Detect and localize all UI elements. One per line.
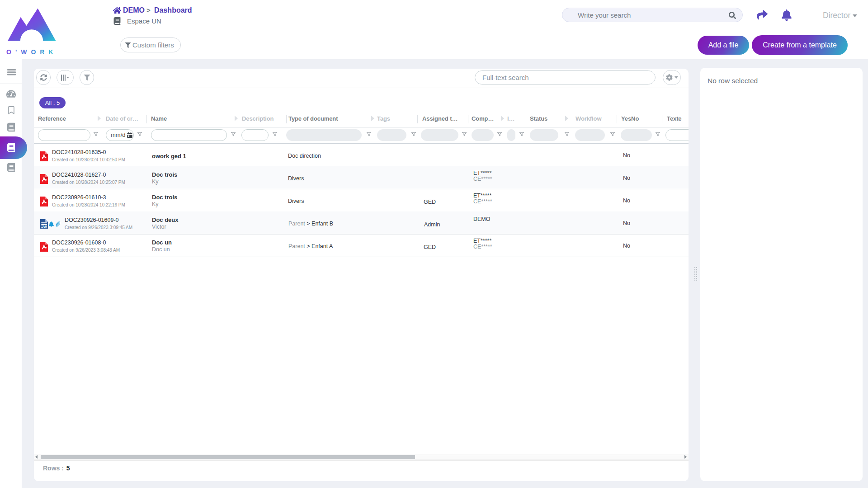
svg-text:O'WORK: O'WORK	[6, 48, 57, 56]
svg-text:W: W	[43, 225, 47, 229]
